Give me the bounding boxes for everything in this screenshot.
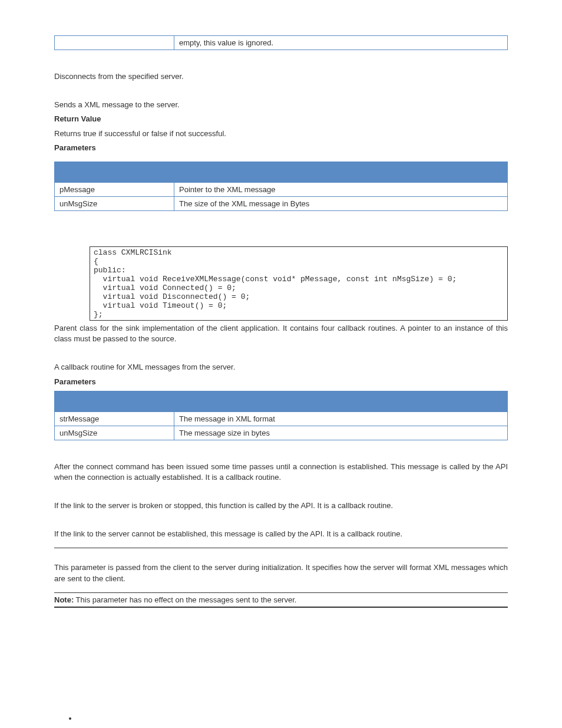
callback-description: A callback routine for XML messages from… bbox=[54, 362, 508, 373]
param-desc-cell: empty, this value is ignored. bbox=[174, 36, 508, 50]
table-row: pMessage Pointer to the XML message bbox=[55, 182, 508, 196]
connected-description: After the connect command has been issue… bbox=[54, 462, 508, 483]
page-content: empty, this value is ignored. Disconnect… bbox=[54, 0, 508, 728]
parameters-label: Parameters bbox=[54, 377, 508, 387]
table-row: strMessage The message in XML format bbox=[55, 411, 508, 426]
code-block: class CXMLRCISink { public: virtual void… bbox=[90, 246, 508, 321]
table-row: unMsgSize The message size in bytes bbox=[55, 426, 508, 440]
note-label: Note: bbox=[54, 595, 74, 604]
param-name-cell: unMsgSize bbox=[55, 426, 174, 440]
receive-params-table: strMessage The message in XML format unM… bbox=[54, 391, 508, 440]
list-item bbox=[78, 714, 508, 723]
param-name-cell: unMsgSize bbox=[55, 196, 174, 210]
disconnect-description: Disconnects from the specified server. bbox=[54, 71, 508, 82]
disconnected-description: If the link to the server is broken or s… bbox=[54, 500, 508, 511]
param-name-cell bbox=[55, 36, 174, 50]
send-params-table: pMessage Pointer to the XML message unMs… bbox=[54, 162, 508, 211]
format-description: This parameter is passed from the client… bbox=[54, 562, 508, 584]
table-row: empty, this value is ignored. bbox=[55, 36, 508, 50]
return-value-label: Return Value bbox=[54, 114, 508, 124]
class-description: Parent class for the sink implementation… bbox=[54, 323, 508, 344]
table-header-row bbox=[55, 162, 508, 182]
table-row: unMsgSize The size of the XML message in… bbox=[55, 196, 508, 210]
param-name-cell: pMessage bbox=[55, 182, 174, 196]
timeout-description: If the link to the server cannot be esta… bbox=[54, 529, 508, 539]
param-desc-cell: The message in XML format bbox=[174, 411, 508, 426]
parameters-label: Parameters bbox=[54, 143, 508, 153]
param-desc-cell: Pointer to the XML message bbox=[174, 182, 508, 196]
send-description: Sends a XML message to the server. bbox=[54, 100, 508, 110]
param-name-cell: strMessage bbox=[55, 411, 174, 426]
trailing-table: empty, this value is ignored. bbox=[54, 35, 508, 50]
table-header-row bbox=[55, 391, 508, 411]
note-box: Note: This parameter has no effect on th… bbox=[54, 592, 508, 608]
return-value-description: Returns true if successful or false if n… bbox=[54, 129, 508, 139]
param-desc-cell: The size of the XML message in Bytes bbox=[174, 196, 508, 210]
param-desc-cell: The message size in bytes bbox=[174, 426, 508, 440]
note-text: This parameter has no effect on the mess… bbox=[74, 595, 296, 604]
footer-list bbox=[54, 714, 508, 723]
